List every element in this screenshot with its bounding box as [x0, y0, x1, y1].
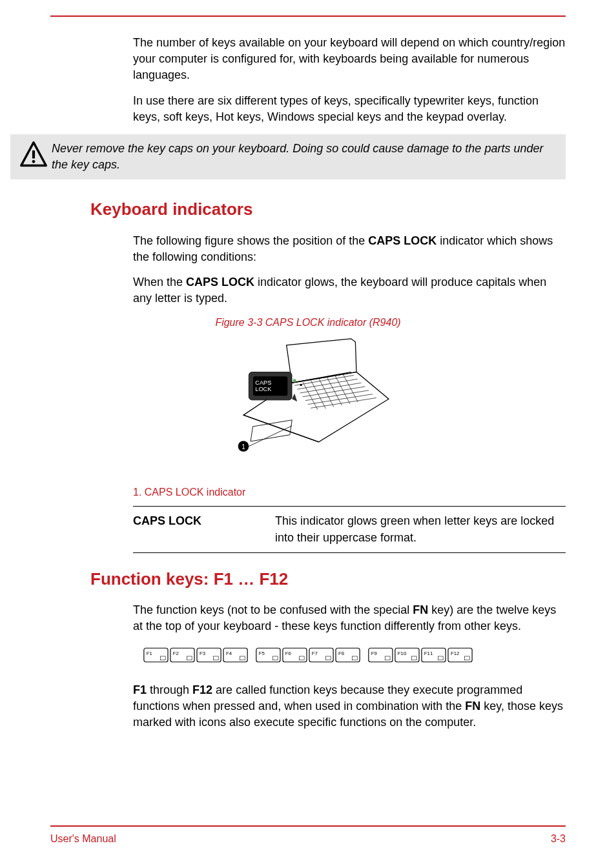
svg-line-9	[311, 398, 376, 408]
text: through	[147, 683, 192, 696]
svg-text:F9: F9	[371, 651, 377, 656]
svg-rect-38	[240, 656, 245, 660]
intro-para-2: In use there are six different types of …	[133, 93, 566, 125]
svg-point-22	[293, 379, 296, 382]
svg-rect-56	[411, 656, 416, 660]
heading-keyboard-indicators: Keyboard indicators	[90, 197, 566, 221]
text: The following figure shows the position …	[133, 234, 368, 247]
text: When the	[133, 276, 186, 288]
divider	[133, 506, 566, 507]
svg-point-2	[32, 160, 36, 163]
f1-bold: F1	[133, 683, 147, 696]
function-keys-figure: F1F2F3F4F5F6F7F8F9F10F11F12	[50, 644, 566, 671]
svg-rect-41	[272, 656, 278, 660]
svg-marker-23	[292, 394, 297, 402]
svg-rect-32	[187, 656, 192, 660]
svg-rect-53	[385, 656, 390, 660]
svg-text:F12: F12	[451, 651, 459, 656]
svg-rect-47	[325, 656, 331, 660]
definition-desc: This indicator glows green when letter k…	[275, 513, 566, 545]
page-footer: User's Manual 3-3	[50, 825, 566, 846]
svg-text:F8: F8	[338, 651, 344, 656]
svg-rect-50	[352, 656, 357, 660]
warning-callout: Never remove the key caps on your keyboa…	[10, 134, 566, 179]
svg-line-11	[311, 380, 325, 409]
footer-right: 3-3	[551, 832, 566, 846]
svg-rect-16	[251, 420, 292, 441]
definition-term: CAPS LOCK	[133, 513, 275, 545]
svg-line-26	[249, 426, 292, 447]
fn-para-2: F1 through F12 are called function keys …	[133, 682, 566, 731]
svg-text:F1: F1	[147, 651, 152, 656]
footer-left: User's Manual	[50, 832, 116, 846]
svg-text:F4: F4	[226, 651, 232, 656]
figure-caps-lock: CAPS LOCK 1	[50, 334, 566, 479]
svg-line-12	[319, 378, 334, 407]
svg-line-6	[303, 387, 365, 397]
svg-text:F11: F11	[424, 651, 433, 656]
ki-para-1: The following figure shows the position …	[133, 233, 566, 265]
f12-bold: F12	[192, 683, 212, 696]
svg-text:LOCK: LOCK	[255, 386, 271, 392]
caps-lock-bold: CAPS LOCK	[186, 276, 254, 288]
figure-legend-1: 1. CAPS LOCK indicator	[133, 485, 566, 500]
svg-text:F2: F2	[173, 651, 179, 656]
caps-lock-callout-icon: CAPS LOCK	[249, 372, 297, 401]
svg-text:F10: F10	[398, 651, 407, 656]
definition-row-caps-lock: CAPS LOCK This indicator glows green whe…	[133, 510, 566, 548]
caps-lock-bold: CAPS LOCK	[368, 234, 436, 247]
fn-para-1: The function keys (not to be confused wi…	[133, 602, 566, 634]
ki-para-2: When the CAPS LOCK indicator glows, the …	[133, 274, 566, 307]
svg-text:CAPS: CAPS	[255, 379, 271, 386]
svg-text:F5: F5	[259, 651, 265, 656]
svg-text:F6: F6	[285, 651, 291, 656]
heading-function-keys: Function keys: F1 … F12	[90, 567, 566, 590]
svg-point-17	[300, 384, 302, 386]
svg-rect-59	[438, 656, 443, 660]
intro-para-1: The number of keys available on your key…	[133, 35, 566, 84]
svg-line-10	[303, 381, 318, 409]
svg-rect-44	[299, 656, 304, 660]
svg-text:1: 1	[241, 443, 245, 450]
divider	[133, 552, 566, 553]
text: The function keys (not to be confused wi…	[133, 603, 413, 616]
figure-caption: Figure 3-3 CAPS LOCK indicator (R940)	[50, 316, 566, 330]
svg-rect-1	[32, 150, 35, 158]
fn-bold: FN	[413, 603, 428, 616]
warning-icon	[15, 141, 52, 169]
fn-bold: FN	[465, 700, 480, 712]
footer-rule	[50, 825, 566, 827]
svg-rect-29	[160, 656, 165, 660]
warning-text: Never remove the key caps on your keyboa…	[52, 141, 557, 173]
svg-text:F3: F3	[200, 651, 205, 656]
svg-line-7	[305, 390, 369, 401]
top-rule	[50, 15, 566, 17]
svg-text:F7: F7	[312, 651, 318, 656]
svg-rect-35	[213, 656, 218, 660]
svg-rect-62	[464, 656, 469, 660]
